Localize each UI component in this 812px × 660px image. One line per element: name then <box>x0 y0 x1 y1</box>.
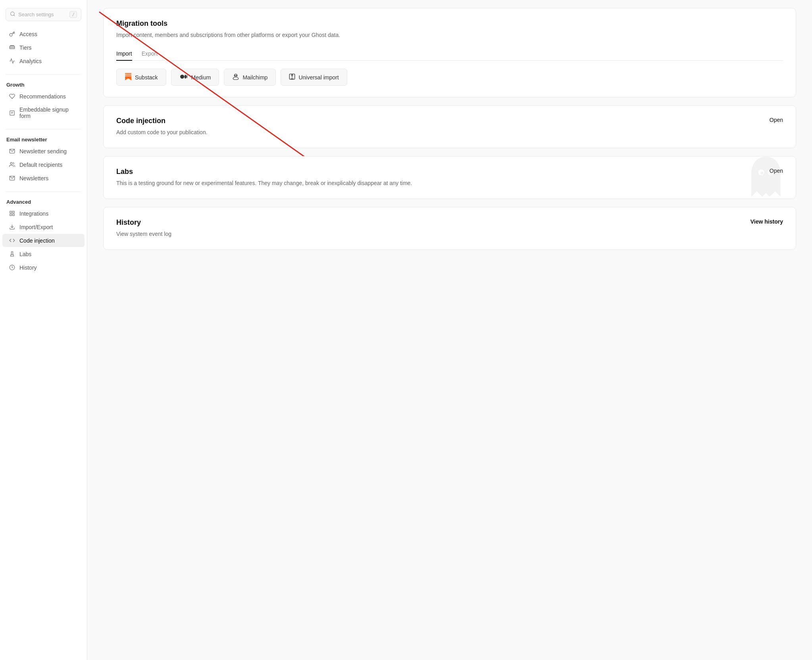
universal-import-button[interactable]: Universal import <box>281 69 347 86</box>
mailchimp-icon <box>232 73 239 81</box>
tab-import[interactable]: Import <box>116 47 132 61</box>
sidebar-item-tiers[interactable]: Tiers <box>2 41 85 54</box>
search-bar[interactable]: Search settings / <box>6 8 81 21</box>
sidebar-item-code-injection[interactable]: Code injection <box>2 234 85 247</box>
heart-icon <box>9 93 15 100</box>
sidebar-item-label: Default recipients <box>19 162 62 168</box>
history-card: History View system event log View histo… <box>103 207 796 250</box>
sidebar-item-label: Newsletters <box>19 175 48 181</box>
labs-card: Labs This is a testing ground for new or… <box>103 156 796 199</box>
send-icon <box>9 148 15 154</box>
sidebar-item-recommendations[interactable]: Recommendations <box>2 90 85 103</box>
code-icon <box>9 237 15 244</box>
sidebar-item-label: Recommendations <box>19 93 66 100</box>
migration-tools-title: Migration tools <box>116 19 783 28</box>
code-injection-header: Code injection Add custom code to your p… <box>116 117 783 137</box>
sidebar-item-label: Tiers <box>19 44 32 51</box>
svg-point-0 <box>11 12 14 15</box>
sidebar-item-label: History <box>19 264 37 271</box>
sidebar-group-advanced: Advanced <box>0 197 87 206</box>
history-text: History View system event log <box>116 218 171 238</box>
sidebar-item-access[interactable]: Access <box>2 27 85 41</box>
sidebar-item-label: Code injection <box>19 237 55 244</box>
sidebar-divider-1 <box>6 74 81 75</box>
sidebar-item-default-recipients[interactable]: Default recipients <box>2 158 85 171</box>
history-header: History View system event log View histo… <box>116 218 783 238</box>
sidebar-item-label: Integrations <box>19 210 48 217</box>
sidebar-item-label: Import/Export <box>19 224 53 230</box>
view-history-link[interactable]: View history <box>750 218 783 225</box>
migration-tools-card: Migration tools Import content, members … <box>103 8 796 97</box>
labs-desc: This is a testing ground for new or expe… <box>116 179 412 187</box>
sidebar: Search settings / Access Tiers <box>0 0 87 660</box>
search-icon <box>10 11 15 18</box>
svg-rect-4 <box>10 46 14 46</box>
chart-icon <box>9 58 15 64</box>
sidebar-item-label: Newsletter sending <box>19 148 67 154</box>
sidebar-divider-2 <box>6 129 81 129</box>
sidebar-item-integrations[interactable]: Integrations <box>2 207 85 220</box>
flask-icon <box>9 251 15 257</box>
svg-rect-13 <box>10 214 12 216</box>
labs-text: Labs This is a testing ground for new or… <box>116 168 412 187</box>
migration-tools-desc: Import content, members and subscription… <box>116 31 783 39</box>
code-injection-card: Code injection Add custom code to your p… <box>103 105 796 148</box>
mailchimp-import-button[interactable]: Mailchimp <box>224 69 276 86</box>
svg-rect-3 <box>10 48 15 49</box>
labs-header: Labs This is a testing ground for new or… <box>116 168 783 187</box>
code-injection-desc: Add custom code to your publication. <box>116 128 208 137</box>
sidebar-item-newsletters[interactable]: Newsletters <box>2 172 85 185</box>
svg-point-28 <box>760 172 763 174</box>
code-injection-title: Code injection <box>116 117 208 125</box>
sidebar-advanced-section: Advanced Integrations Import/Export <box>0 197 87 278</box>
substack-import-button[interactable]: Substack <box>116 69 166 86</box>
download-icon <box>9 224 15 230</box>
sidebar-item-label: Labs <box>19 251 31 257</box>
form-icon <box>9 110 15 116</box>
svg-rect-11 <box>10 211 12 213</box>
sidebar-top-section: Access Tiers Analytics <box>0 27 87 71</box>
substack-label: Substack <box>135 74 158 81</box>
sidebar-item-analytics[interactable]: Analytics <box>2 54 85 68</box>
sidebar-group-email: Email newsletter <box>0 134 87 144</box>
sidebar-item-import-export[interactable]: Import/Export <box>2 220 85 234</box>
upload-icon <box>289 73 295 81</box>
svg-point-21 <box>235 75 236 76</box>
medium-label: Medium <box>191 74 211 81</box>
svg-point-29 <box>770 172 773 174</box>
sidebar-item-newsletter-sending[interactable]: Newsletter sending <box>2 145 85 158</box>
sidebar-item-label: Access <box>19 31 37 37</box>
key-icon <box>9 31 15 37</box>
svg-rect-14 <box>13 214 14 216</box>
users-icon <box>9 161 15 168</box>
layers-icon <box>9 44 15 51</box>
universal-import-label: Universal import <box>298 74 339 81</box>
grid-icon <box>9 210 15 217</box>
migration-tabs: Import Export <box>116 47 783 61</box>
clock-icon <box>9 264 15 271</box>
mailchimp-label: Mailchimp <box>242 74 267 81</box>
medium-import-button[interactable]: Medium <box>171 69 219 86</box>
tab-export[interactable]: Export <box>142 47 158 61</box>
medium-icon <box>179 73 188 81</box>
sidebar-item-labs[interactable]: Labs <box>2 247 85 261</box>
sidebar-item-label: Embeddable signup form <box>19 106 78 119</box>
search-placeholder: Search settings <box>18 12 54 17</box>
svg-rect-12 <box>13 211 14 213</box>
sidebar-item-history[interactable]: History <box>2 261 85 274</box>
sidebar-divider-3 <box>6 191 81 192</box>
sidebar-group-growth: Growth <box>0 79 87 89</box>
code-injection-text: Code injection Add custom code to your p… <box>116 117 208 137</box>
labs-title: Labs <box>116 168 412 176</box>
substack-icon <box>125 73 132 81</box>
code-injection-open-link[interactable]: Open <box>770 117 783 123</box>
svg-point-9 <box>10 162 12 164</box>
main-content: Migration tools Import content, members … <box>87 0 812 660</box>
history-title: History <box>116 218 171 227</box>
history-desc: View system event log <box>116 230 171 238</box>
arrow-overlay <box>87 0 812 660</box>
sidebar-item-embeddable-signup[interactable]: Embeddable signup form <box>2 103 85 122</box>
labs-ghost-decoration <box>744 156 788 199</box>
search-kbd: / <box>69 11 77 18</box>
svg-line-1 <box>14 15 15 16</box>
